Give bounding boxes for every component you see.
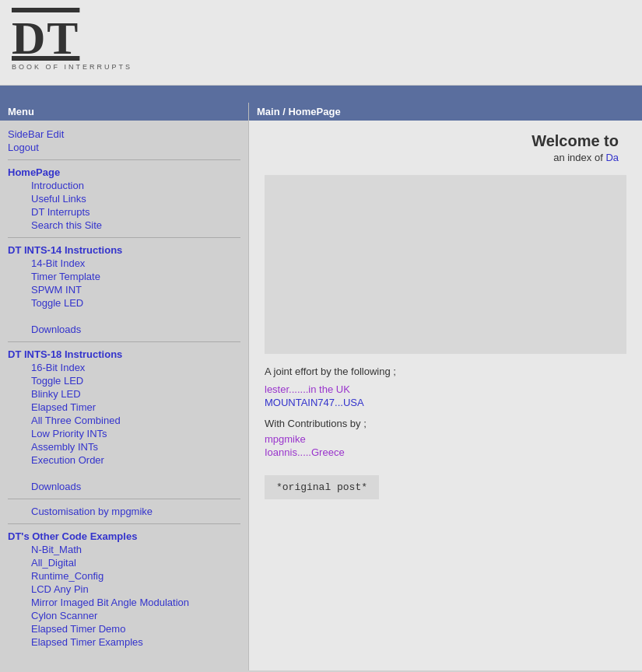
contributor-mpgmike[interactable]: mpgmike [265, 433, 626, 445]
divider-4 [8, 499, 240, 499]
original-post-box: *original post* [265, 475, 379, 499]
divider-2 [8, 237, 240, 238]
content-body: Welcome to an index of Da A joint effort… [249, 121, 642, 511]
with-contributions-text: With Contributions by ; [265, 418, 626, 429]
link-elapsed-timer[interactable]: Elapsed Timer [8, 401, 240, 413]
contributor-mountain[interactable]: MOUNTAIN747...USA [265, 397, 626, 408]
link-customisation[interactable]: Customisation by mpgmike [8, 506, 240, 517]
content-header: Main / HomePage [249, 103, 642, 121]
contributor-ioannis[interactable]: Ioannis.....Greece [265, 446, 626, 458]
link-low-priority-ints[interactable]: Low Priority INTs [8, 428, 240, 439]
link-all-digital[interactable]: All_Digital [8, 557, 240, 569]
link-blinky-led[interactable]: Blinky LED [8, 388, 240, 400]
welcome-link[interactable]: Da [605, 152, 619, 163]
contributor-lester[interactable]: lester.......in the UK [265, 383, 626, 395]
link-introduction[interactable]: Introduction [8, 180, 240, 191]
sidebar: Menu SideBar Edit Logout HomePage Introd… [0, 103, 249, 670]
sidebar-content: SideBar Edit Logout HomePage Introductio… [0, 121, 248, 656]
logo-letters: DT [12, 15, 132, 61]
section-homepage[interactable]: HomePage [8, 166, 240, 178]
link-toggle-led-18[interactable]: Toggle LED [8, 375, 240, 387]
link-toggle-led-14[interactable]: Toggle LED [8, 297, 240, 309]
link-14bit-index[interactable]: 14-Bit Index [8, 257, 240, 269]
link-elapsed-timer-demo[interactable]: Elapsed Timer Demo [8, 623, 240, 635]
section-other-code[interactable]: DT's Other Code Examples [8, 530, 240, 542]
sidebar-header: Menu [0, 103, 248, 121]
link-elapsed-timer-examples[interactable]: Elapsed Timer Examples [8, 636, 240, 648]
link-execution-order[interactable]: Execution Order [8, 454, 240, 466]
divider-1 [8, 159, 240, 160]
link-downloads-18[interactable]: Downloads [8, 481, 240, 492]
logo-subtitle: Book of Interrupts [12, 63, 132, 71]
section-ints18[interactable]: DT INTS-18 Instructions [8, 348, 240, 360]
link-mirror-imaged[interactable]: Mirror Imaged Bit Angle Modulation [8, 597, 240, 608]
welcome-subtitle: an index of Da [265, 152, 626, 163]
welcome-title: Welcome to [265, 132, 626, 150]
joint-effort-text: A joint effort by the following ; [265, 366, 626, 377]
content-area: Main / HomePage Welcome to an index of D… [249, 103, 642, 670]
top-bar: DT Book of Interrupts [0, 0, 642, 86]
divider-5 [8, 523, 240, 524]
logout-link[interactable]: Logout [8, 142, 240, 153]
divider-3 [8, 341, 240, 342]
link-search-this-site[interactable]: Search this Site [8, 219, 240, 231]
link-assembly-ints[interactable]: Assembly INTs [8, 441, 240, 453]
link-16bit-index[interactable]: 16-Bit Index [8, 362, 240, 373]
image-placeholder [265, 175, 626, 354]
link-all-three-combined[interactable]: All Three Combined [8, 415, 240, 426]
link-downloads-14[interactable]: Downloads [8, 324, 240, 335]
link-useful-links[interactable]: Useful Links [8, 193, 240, 205]
link-runtime-config[interactable]: Runtime_Config [8, 570, 240, 582]
section-ints14[interactable]: DT INTS-14 Instructions [8, 244, 240, 256]
sidebar-edit-link[interactable]: SideBar Edit [8, 128, 240, 140]
link-lcd-any-pin[interactable]: LCD Any Pin [8, 583, 240, 595]
link-dt-interrupts[interactable]: DT Interrupts [8, 206, 240, 218]
main-layout: Menu SideBar Edit Logout HomePage Introd… [0, 103, 642, 670]
link-nbit-math[interactable]: N-Bit_Math [8, 544, 240, 555]
logo-area: DT Book of Interrupts [12, 15, 132, 71]
original-post-text: *original post* [276, 481, 367, 493]
link-spwm-int[interactable]: SPWM INT [8, 284, 240, 296]
link-timer-template[interactable]: Timer Template [8, 271, 240, 282]
nav-bar [0, 86, 642, 103]
link-cylon-scanner[interactable]: Cylon Scanner [8, 610, 240, 621]
